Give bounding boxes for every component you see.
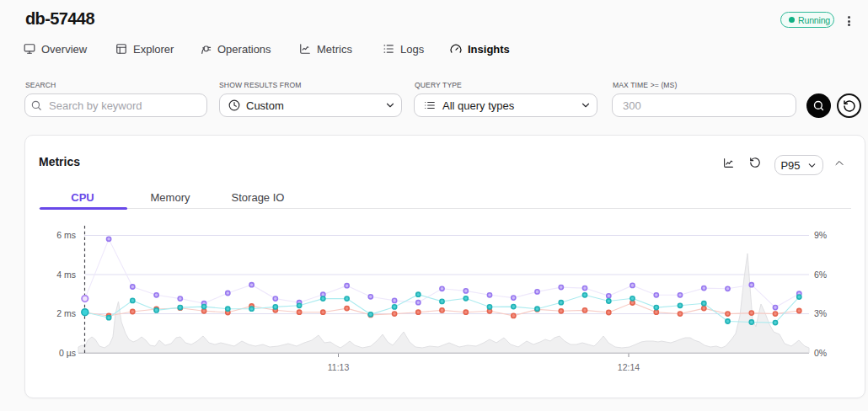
svg-text:11:13: 11:13 <box>328 362 350 372</box>
svg-text:6 ms: 6 ms <box>56 230 76 240</box>
svg-text:2 ms: 2 ms <box>56 308 76 318</box>
svg-text:9%: 9% <box>814 230 827 240</box>
svg-text:0%: 0% <box>814 348 827 358</box>
svg-text:6%: 6% <box>814 270 827 280</box>
svg-text:4 ms: 4 ms <box>56 270 76 280</box>
svg-text:12:14: 12:14 <box>618 362 640 372</box>
svg-text:0 µs: 0 µs <box>59 348 76 358</box>
svg-text:3%: 3% <box>814 308 827 318</box>
